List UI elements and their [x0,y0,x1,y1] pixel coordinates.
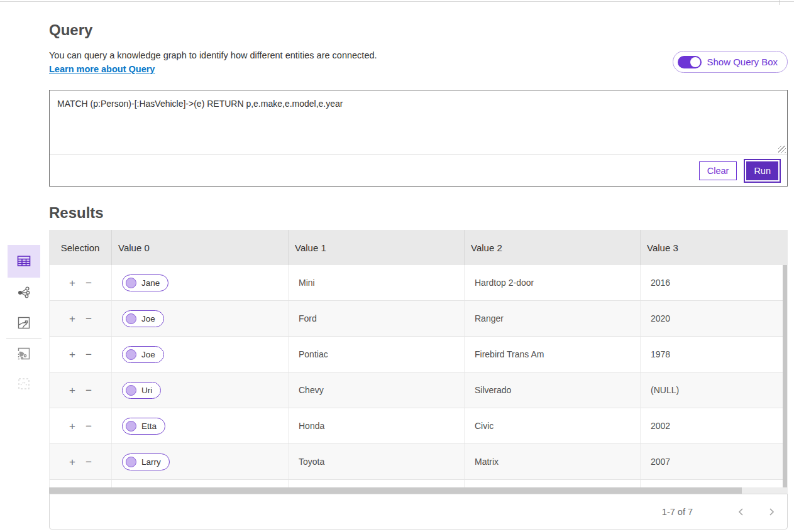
entity-pill[interactable]: Joe [122,310,164,327]
column-header-value1: Value 1 [289,230,465,265]
add-to-selection-button[interactable]: + [69,313,75,324]
run-button[interactable]: Run [744,159,781,183]
table-view-icon [16,254,31,269]
query-input[interactable]: MATCH (p:Person)-[:HasVehicle]->(e) RETU… [50,90,787,155]
column-header-value0: Value 0 [112,230,289,265]
entity-pill[interactable]: Etta [122,418,165,435]
selection-cell: + − [50,337,112,372]
value1-cell: Ford [289,301,465,336]
value3-cell: 2016 [641,265,787,300]
entity-cell: Larry [112,444,289,479]
vertical-scrollbar[interactable] [783,265,787,487]
toggle-switch-icon[interactable] [678,56,702,68]
view-sidebar [8,245,40,399]
value1-cell: Mini [289,265,465,300]
add-to-selection-button[interactable]: + [69,278,75,288]
selection-cell: + − [50,408,112,443]
entity-label: Jane [141,278,160,288]
table-row: + − Joe Ford Ranger 2020 [50,301,787,337]
selection-cell: + − [50,265,112,300]
new-map-view-icon [16,346,31,361]
value3-cell: 2002 [641,408,787,443]
entity-label: Etta [141,421,157,431]
selection-cell: + − [50,444,112,479]
page-description: You can query a knowledge graph to ident… [49,50,377,60]
value2-cell: Firebird Trans Am [465,337,641,372]
value1-cell [289,480,465,487]
query-box: MATCH (p:Person)-[:HasVehicle]->(e) RETU… [49,90,788,187]
map-view-icon [16,315,31,330]
table-header-row: Selection Value 0 Value 1 Value 2 Value … [49,230,788,265]
add-to-selection-button[interactable]: + [69,385,75,396]
entity-label: Uri [141,386,152,395]
value3-cell: 2020 [641,301,787,336]
value3-cell [641,480,787,487]
entity-cell: Uri [112,372,289,408]
table-row: + − Etta Honda Civic 2002 [50,408,787,444]
entity-pill[interactable]: Larry [122,453,170,470]
column-header-selection: Selection [49,230,112,265]
entity-cell: Joe [112,301,289,336]
entity-node-icon [126,385,136,396]
table-row: + − Jane Mini Hardtop 2-door 2016 [50,265,787,301]
table-row-partial: + − [50,480,787,487]
pagination-range: 1-7 of 7 [662,507,693,517]
entity-label: Larry [141,457,161,467]
query-page: Query You can query a knowledge graph to… [0,0,794,532]
results-title: Results [49,204,104,222]
previous-page-button[interactable] [736,506,747,518]
value1-cell: Chevy [289,372,465,408]
entity-cell: Joe [112,337,289,372]
sidebar-item-table-view[interactable] [8,245,40,278]
value2-cell [465,480,641,487]
add-to-selection-button[interactable]: + [69,349,75,360]
remove-from-selection-button[interactable]: − [85,457,92,467]
remove-from-selection-button[interactable]: − [85,421,92,432]
entity-cell: Jane [112,265,289,300]
remove-from-selection-button[interactable]: − [85,278,92,288]
disabled-view-icon [16,376,31,391]
value1-cell: Honda [289,408,465,443]
query-actions: Clear Run [50,155,787,186]
add-to-selection-button[interactable]: + [69,421,75,432]
column-header-value3: Value 3 [641,230,788,265]
top-edge-tick [780,0,780,5]
table-row: + − Larry Toyota Matrix 2007 [50,444,787,480]
sidebar-item-disabled-view [8,369,40,399]
entity-label: Joe [141,314,155,323]
clear-button[interactable]: Clear [699,161,737,180]
sidebar-item-map-view[interactable] [8,308,40,338]
learn-more-link[interactable]: Learn more about Query [49,64,155,74]
table-row: + − Uri Chevy Silverado (NULL) [50,372,787,408]
entity-node-icon [126,421,136,432]
horizontal-scrollbar-track [49,487,788,494]
entity-cell [112,480,289,487]
sidebar-item-link-chart-view[interactable] [8,278,40,308]
sidebar-item-new-map-view[interactable] [8,339,40,369]
entity-node-icon [126,457,136,467]
add-to-selection-button[interactable]: + [69,457,75,467]
value1-cell: Toyota [289,444,465,479]
remove-from-selection-button[interactable]: − [85,385,92,396]
next-page-button[interactable] [766,506,777,518]
table-row: + − Joe Pontiac Firebird Trans Am 1978 [50,337,787,372]
selection-cell: + − [50,301,112,336]
entity-pill[interactable]: Joe [122,346,164,363]
entity-pill[interactable]: Jane [122,274,168,291]
show-query-box-toggle[interactable]: Show Query Box [673,51,788,73]
results-table: Selection Value 0 Value 1 Value 2 Value … [49,230,788,487]
horizontal-scrollbar-thumb[interactable] [49,487,742,494]
page-title: Query [49,21,92,39]
remove-from-selection-button[interactable]: − [85,349,92,360]
resize-handle[interactable] [778,146,786,153]
value1-cell: Pontiac [289,337,465,372]
value2-cell: Matrix [465,444,641,479]
table-body: + − Jane Mini Hardtop 2-door 2016 + − Jo… [49,265,788,487]
remove-from-selection-button[interactable]: − [85,313,92,324]
value3-cell: (NULL) [641,372,787,408]
column-header-value2: Value 2 [465,230,641,265]
entity-pill[interactable]: Uri [122,382,161,399]
value2-cell: Hardtop 2-door [465,265,641,300]
top-divider [0,1,794,2]
entity-label: Joe [141,350,155,359]
